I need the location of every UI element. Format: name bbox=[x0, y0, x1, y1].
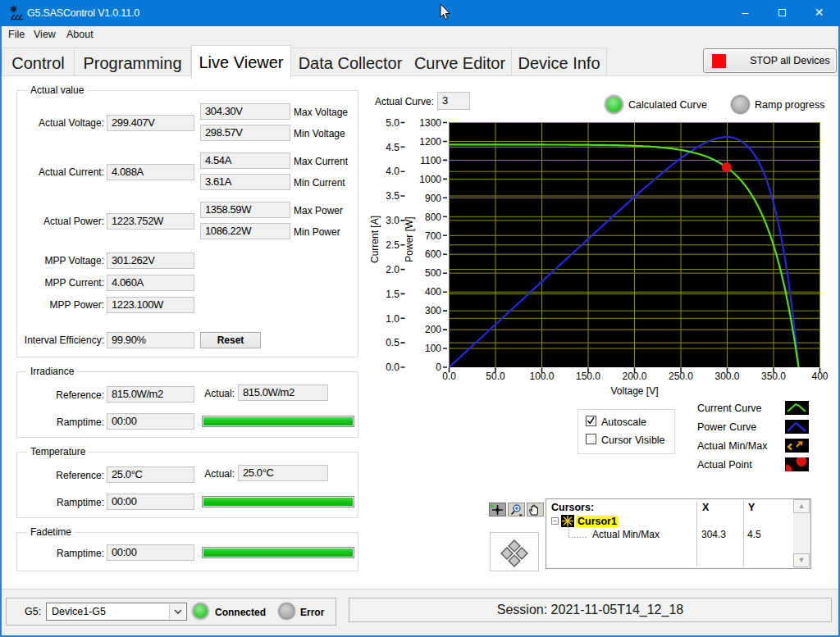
svg-text:400: 400 bbox=[425, 286, 441, 298]
svg-text:500: 500 bbox=[425, 267, 441, 279]
svg-text:400: 400 bbox=[811, 371, 828, 382]
svg-text:3.0: 3.0 bbox=[386, 215, 399, 226]
svg-text:1.5: 1.5 bbox=[386, 289, 399, 300]
svg-text:150.0: 150.0 bbox=[576, 371, 600, 382]
svg-text:5.0: 5.0 bbox=[386, 117, 399, 129]
svg-text:700: 700 bbox=[425, 230, 441, 242]
svg-text:1000: 1000 bbox=[419, 174, 441, 185]
svg-text:600: 600 bbox=[425, 248, 441, 260]
svg-text:100.0: 100.0 bbox=[529, 371, 554, 382]
svg-text:0.0: 0.0 bbox=[442, 371, 456, 382]
svg-text:900: 900 bbox=[425, 193, 441, 204]
svg-text:1300: 1300 bbox=[419, 117, 441, 129]
svg-text:200.0: 200.0 bbox=[622, 371, 646, 382]
svg-text:4.5: 4.5 bbox=[386, 142, 399, 153]
svg-text:0: 0 bbox=[436, 362, 441, 373]
svg-text:Voltage [V]: Voltage [V] bbox=[610, 385, 658, 397]
svg-text:Power [W]: Power [W] bbox=[404, 216, 415, 262]
svg-text:350.0: 350.0 bbox=[761, 371, 786, 382]
svg-text:200: 200 bbox=[425, 324, 441, 335]
svg-text:0.5: 0.5 bbox=[386, 337, 399, 348]
svg-text:300: 300 bbox=[425, 305, 441, 316]
svg-text:100: 100 bbox=[425, 343, 441, 354]
svg-text:2.0: 2.0 bbox=[386, 264, 399, 275]
svg-text:1.0: 1.0 bbox=[386, 313, 399, 325]
svg-text:Current [A]: Current [A] bbox=[369, 216, 381, 263]
svg-text:4.0: 4.0 bbox=[386, 166, 399, 177]
svg-text:1100: 1100 bbox=[420, 155, 441, 166]
svg-text:2.5: 2.5 bbox=[386, 239, 399, 251]
svg-text:1200: 1200 bbox=[419, 136, 441, 148]
svg-text:250.0: 250.0 bbox=[669, 371, 693, 382]
svg-text:0.0: 0.0 bbox=[386, 362, 399, 373]
svg-text:3.5: 3.5 bbox=[386, 190, 399, 202]
svg-text:800: 800 bbox=[425, 212, 441, 223]
svg-text:50.0: 50.0 bbox=[486, 371, 505, 382]
svg-text:300.0: 300.0 bbox=[714, 371, 739, 382]
